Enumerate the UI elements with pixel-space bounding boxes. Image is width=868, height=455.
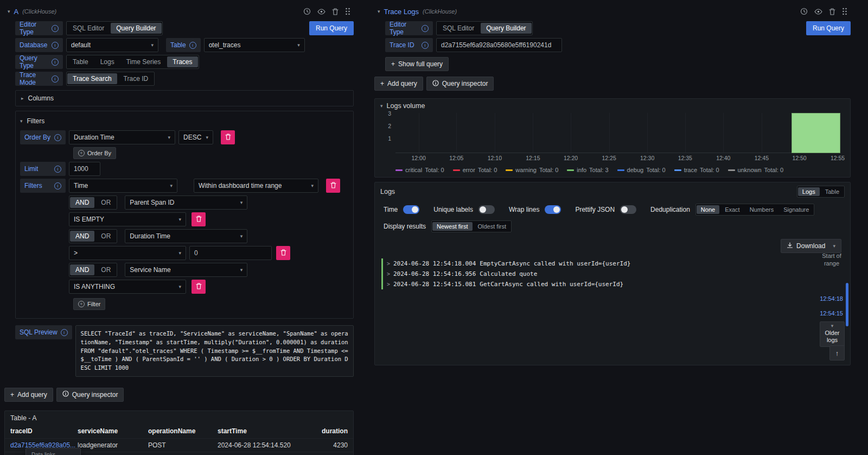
order-by-direction-select[interactable]: DESC ▾ [178, 130, 213, 144]
collapse-chevron-icon[interactable]: ▾ [378, 9, 380, 14]
add-query-button[interactable]: + Add query [374, 77, 423, 91]
unique-labels-toggle[interactable] [478, 205, 495, 214]
option-query-builder[interactable]: Query Builder [481, 23, 531, 34]
filters-section-toggle[interactable]: ▾ Filters [20, 115, 349, 128]
legend-item-debug[interactable]: debugTotal: 0 [617, 167, 666, 173]
columns-section-toggle[interactable]: ▸ Columns [15, 90, 354, 106]
remove-filter-button[interactable] [326, 179, 340, 193]
run-query-button[interactable]: Run Query [806, 21, 851, 35]
eye-icon[interactable] [317, 9, 326, 15]
remove-condition-button[interactable] [276, 246, 290, 260]
column-header-starttime[interactable]: startTime [218, 427, 313, 435]
option-logs-view[interactable]: Logs [798, 187, 820, 196]
condition-field-select[interactable]: Service Name ▾ [125, 263, 247, 277]
expand-chevron-icon[interactable]: > [387, 261, 393, 267]
option-and[interactable]: AND [70, 231, 94, 242]
column-header-traceid[interactable]: traceID [10, 427, 78, 435]
option-or[interactable]: OR [95, 264, 116, 275]
drag-handle-icon[interactable] [345, 8, 350, 15]
option-logs[interactable]: Logs [95, 56, 120, 67]
legend-item-info[interactable]: infoTotal: 3 [567, 167, 608, 173]
legend-item-unknown[interactable]: unknownTotal: 0 [728, 167, 784, 173]
trash-icon[interactable] [829, 8, 835, 15]
option-table[interactable]: Table [67, 56, 94, 67]
info-icon[interactable]: i [61, 329, 68, 336]
option-time-series[interactable]: Time Series [121, 56, 167, 67]
condition-field-select[interactable]: Duration Time ▾ [125, 229, 247, 243]
time-toggle[interactable] [403, 205, 419, 214]
collapse-chevron-icon[interactable]: ▾ [8, 9, 10, 14]
remove-condition-button[interactable] [192, 280, 206, 294]
eye-icon[interactable] [814, 9, 822, 15]
option-traces[interactable]: Traces [167, 56, 197, 67]
add-order-by-button[interactable]: + Order By [73, 147, 116, 159]
condition-operator-select[interactable]: IS ANYTHING ▾ [69, 280, 186, 294]
prettify-json-toggle[interactable] [620, 205, 636, 214]
option-or[interactable]: OR [95, 197, 116, 208]
logs-volume-header[interactable]: ▾ Logs volume [375, 99, 850, 111]
query-inspector-button[interactable]: Query inspector [56, 388, 124, 402]
filter-field-select[interactable]: Time ▾ [69, 179, 177, 193]
range-time-link[interactable]: 12:54:15 [820, 310, 843, 317]
condition-value-input[interactable] [189, 246, 272, 260]
option-newest-first[interactable]: Newest first [432, 222, 472, 231]
info-logs-bar[interactable] [792, 113, 840, 153]
option-dedup-numbers[interactable]: Numbers [745, 205, 778, 214]
column-header-operationname[interactable]: operationName [148, 427, 218, 435]
trace-logs-title[interactable]: Trace Logs [384, 8, 419, 16]
table-select[interactable]: otel_traces ▾ [204, 38, 305, 52]
older-logs-button[interactable]: ▾ Older logs [820, 321, 845, 347]
option-table-view[interactable]: Table [821, 187, 844, 196]
option-or[interactable]: OR [95, 231, 116, 242]
info-icon[interactable]: i [422, 25, 429, 32]
info-icon[interactable]: i [52, 42, 59, 49]
info-icon[interactable]: i [52, 25, 59, 32]
download-button[interactable]: Download ▾ [781, 239, 841, 253]
scroll-to-top-button[interactable]: ↑ [829, 345, 845, 361]
condition-field-select[interactable]: Parent Span ID ▾ [125, 195, 247, 210]
legend-item-error[interactable]: errorTotal: 0 [453, 167, 497, 173]
condition-operator-select[interactable]: > ▾ [69, 246, 186, 260]
limit-input[interactable] [69, 162, 100, 176]
history-icon[interactable] [303, 8, 311, 15]
condition-operator-select[interactable]: IS EMPTY ▾ [69, 212, 186, 226]
option-trace-search[interactable]: Trace Search [67, 73, 117, 84]
add-query-button[interactable]: + Add query [4, 388, 53, 402]
option-dedup-signature[interactable]: Signature [779, 205, 813, 214]
info-icon[interactable]: i [54, 134, 61, 141]
log-entry[interactable]: > 2024-06-28 12:54:15.081 GetCartAsync c… [381, 279, 812, 289]
table-a-panel-title[interactable]: Table - A [5, 411, 353, 424]
wrap-lines-toggle[interactable] [545, 205, 561, 214]
option-query-builder[interactable]: Query Builder [111, 23, 161, 34]
info-icon[interactable]: i [189, 42, 196, 49]
run-query-button[interactable]: Run Query [309, 21, 354, 35]
remove-order-by-button[interactable] [221, 130, 235, 144]
option-trace-id[interactable]: Trace ID [118, 73, 154, 84]
info-icon[interactable]: i [422, 42, 429, 49]
log-entry[interactable]: > 2024-06-28 12:54:16.956 Calculated quo… [381, 269, 812, 279]
drag-handle-icon[interactable] [842, 8, 847, 15]
add-filter-button[interactable]: + Filter [73, 298, 105, 310]
filter-operator-select[interactable]: Within dashboard time range ▾ [194, 179, 318, 193]
log-entry[interactable]: > 2024-06-28 12:54:18.004 EmptyCartAsync… [381, 258, 812, 269]
legend-item-warning[interactable]: warningTotal: 0 [506, 167, 558, 173]
expand-chevron-icon[interactable]: > [387, 271, 393, 277]
range-time-link[interactable]: 12:54:18 [820, 295, 843, 302]
scrollbar-thumb[interactable] [846, 283, 848, 326]
info-icon[interactable]: i [54, 166, 61, 173]
remove-condition-button[interactable] [192, 212, 206, 226]
trash-icon[interactable] [332, 8, 339, 15]
info-icon[interactable]: i [52, 59, 59, 66]
history-icon[interactable] [800, 8, 808, 15]
option-and[interactable]: AND [70, 264, 94, 275]
order-by-field-select[interactable]: Duration Time ▾ [69, 130, 175, 144]
option-and[interactable]: AND [70, 197, 94, 208]
option-oldest-first[interactable]: Oldest first [474, 222, 511, 231]
panel-a-title[interactable]: A [14, 8, 19, 16]
info-icon[interactable]: i [54, 182, 61, 189]
expand-chevron-icon[interactable]: > [387, 281, 393, 287]
legend-item-trace[interactable]: traceTotal: 0 [674, 167, 719, 173]
option-sql-editor[interactable]: SQL Editor [437, 23, 480, 34]
legend-item-critical[interactable]: criticalTotal: 0 [395, 167, 444, 173]
option-dedup-exact[interactable]: Exact [720, 205, 744, 214]
